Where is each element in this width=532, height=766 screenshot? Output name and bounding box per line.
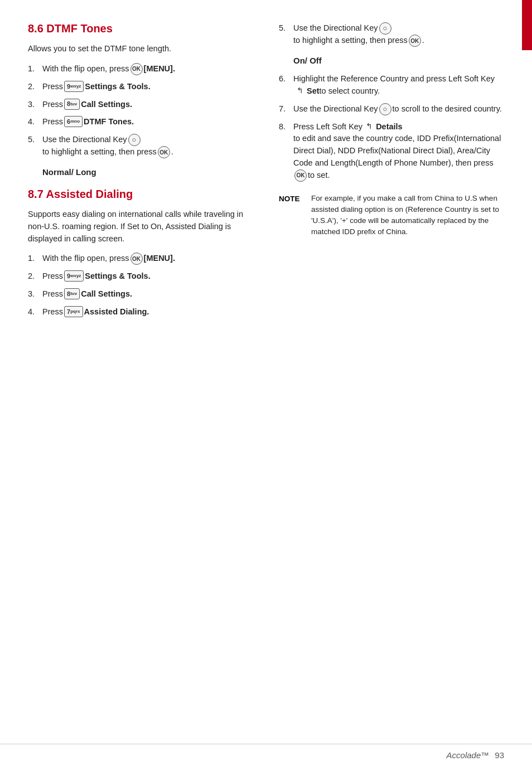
step-num: 4. [28,306,42,318]
ok-icon: OK [294,169,307,182]
step-87-3: 3. Press 8tuv Call Settings. [28,288,251,300]
section-87: 8.7 Assisted Dialing Supports easy diali… [28,188,251,318]
step-content: Use the Directional Key ○ to highlight a… [293,22,504,47]
step-num: 2. [28,270,42,283]
step-87-2: 2. Press 9wxyz Settings & Tools. [28,270,251,283]
step-num: 3. [28,288,42,300]
key-9wxyz: 9wxyz [64,270,84,282]
step-num: 7. [279,103,293,115]
key-6mno: 6mno [64,116,83,127]
ok-icon: OK [158,146,170,158]
ok-icon: OK [130,63,143,75]
step-right-6: 6. Highlight the Reference Country and p… [279,73,504,98]
note-text: For example, if you make a call from Chi… [311,193,504,238]
ok-icon: OK [130,253,143,265]
section-86: 8.6 DTMF Tones Allows you to set the DTM… [28,22,251,177]
section-86-intro: Allows you to set the DTMF tone length. [28,43,251,55]
step-content: With the flip open, press OK [MENU]. [42,253,251,265]
step-86-5: 5. Use the Directional Key ○ to highligh… [28,134,251,158]
step-86-4: 4. Press 6mno DTMF Tones. [28,116,251,128]
step-num: 5. [28,134,42,146]
step-content: Press 9wxyz Settings & Tools. [42,270,251,283]
left-column: 8.6 DTMF Tones Allows you to set the DTM… [28,22,268,744]
subheading-86: Normal/ Long [42,167,251,177]
step-num: 2. [28,81,42,93]
step-content: Highlight the Reference Country and pres… [293,73,504,98]
step-num: 5. [279,22,293,35]
section-87-steps: 1. With the flip open, press OK [MENU]. … [28,253,251,318]
step-86-3: 3. Press 8tuv Call Settings. [28,99,251,111]
step-86-1: 1. With the flip open, press OK [MENU]. [28,63,251,75]
footer-brand: Accolade™ [447,750,490,760]
step-right-5: 5. Use the Directional Key ○ to highligh… [279,22,504,47]
key-9wxyz: 9wxyz [64,81,84,92]
right-column: 5. Use the Directional Key ○ to highligh… [268,22,504,744]
note-label: NOTE [279,193,308,205]
dir-key-icon: ○ [128,134,141,146]
section-86-title: 8.6 DTMF Tones [28,22,251,35]
key-7pqrs: 7pqrs [64,306,83,317]
dir-key-icon: ○ [379,22,391,35]
page: 8.6 DTMF Tones Allows you to set the DTM… [0,0,532,766]
step-right-8: 8. Press Left Soft Key ↰ Details to edit… [279,121,504,182]
step-content: With the flip open, press OK [MENU]. [42,63,251,75]
step-right-7: 7. Use the Directional Key ○ to scroll t… [279,103,504,115]
step-content: Press 8tuv Call Settings. [42,288,251,300]
step-num: 1. [28,63,42,75]
step-content: Use the Directional Key ○ to highlight a… [42,134,251,158]
step-num: 6. [279,73,293,85]
section-86-steps: 1. With the flip open, press OK [MENU]. … [28,63,251,158]
softkey-icon: ↰ [294,85,306,96]
step-86-2: 2. Press 9wxyz Settings & Tools. [28,81,251,93]
softkey-icon: ↰ [364,121,375,132]
step-content: Press 7pqrs Assisted Dialing. [42,306,251,318]
footer: Accolade™ 93 [0,744,532,766]
subheading-right: On/ Off [293,56,504,65]
ok-icon: OK [409,35,421,47]
right-steps: 5. Use the Directional Key ○ to highligh… [279,22,504,47]
dir-key-icon: ○ [379,103,391,115]
step-num: 1. [28,253,42,265]
key-8tuv: 8tuv [64,99,80,110]
step-content: Press 6mno DTMF Tones. [42,116,251,128]
footer-page-number: 93 [495,750,504,760]
step-num: 4. [28,116,42,128]
step-content: Press 9wxyz Settings & Tools. [42,81,251,93]
step-num: 3. [28,99,42,111]
step-content: Use the Directional Key ○ to scroll to t… [293,103,504,115]
step-content: Press Left Soft Key ↰ Details to edit an… [293,121,504,182]
step-content: Press 8tuv Call Settings. [42,99,251,111]
step-87-1: 1. With the flip open, press OK [MENU]. [28,253,251,265]
section-87-title: 8.7 Assisted Dialing [28,188,251,201]
step-87-4: 4. Press 7pqrs Assisted Dialing. [28,306,251,318]
key-8tuv: 8tuv [64,288,80,299]
note-block: NOTE For example, if you make a call fro… [279,193,504,238]
right-steps-2: 6. Highlight the Reference Country and p… [279,73,504,182]
side-tab [522,0,532,50]
section-87-intro: Supports easy dialing on international c… [28,209,251,245]
step-num: 8. [279,121,293,133]
